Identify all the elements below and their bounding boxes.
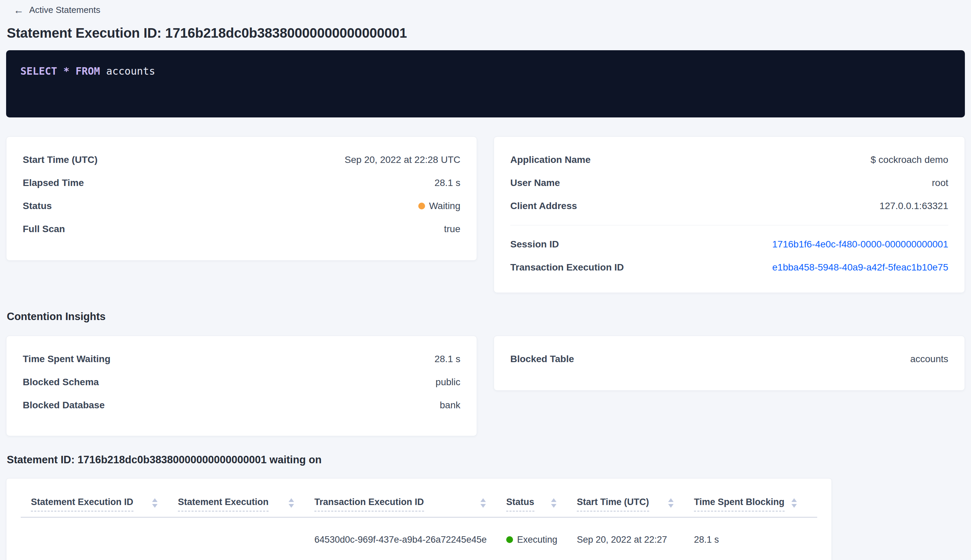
blocked-table-card: Blocked Table accounts: [494, 336, 965, 391]
waiting-on-table: Statement Execution ID Statement Executi…: [6, 478, 832, 560]
sort-icon[interactable]: [289, 497, 294, 508]
application-name-label: Application Name: [510, 155, 591, 165]
column-header-statement-execution-id[interactable]: Statement Execution ID: [31, 497, 178, 512]
sort-icon[interactable]: [791, 497, 797, 508]
sql-star: *: [63, 65, 69, 77]
blocked-table-label: Blocked Table: [510, 353, 574, 365]
session-id-link[interactable]: 1716b1f6-4e0c-f480-0000-000000000001: [772, 239, 948, 250]
user-name-label: User Name: [510, 178, 560, 188]
session-info-card: Application Name $ cockroach demo User N…: [494, 137, 965, 293]
client-address-label: Client Address: [510, 201, 577, 212]
cell-status: Executing: [506, 535, 577, 545]
user-name-row: User Name root: [494, 172, 964, 195]
column-header-label: Time Spent Blocking: [694, 497, 784, 512]
start-time-row: Start Time (UTC) Sep 20, 2022 at 22:28 U…: [7, 148, 477, 172]
statement-overview-card: Start Time (UTC) Sep 20, 2022 at 22:28 U…: [6, 137, 477, 261]
cell-transaction-execution-id: 64530d0c-969f-437e-a9b4-26a72245e45e: [314, 535, 506, 545]
sql-table-name: accounts: [106, 65, 155, 77]
transaction-execution-id-row: Transaction Execution ID e1bba458-5948-4…: [494, 256, 964, 279]
column-header-label: Transaction Execution ID: [314, 497, 424, 512]
sort-icon[interactable]: [668, 497, 674, 508]
contention-section: Time Spent Waiting 28.1 s Blocked Schema…: [6, 336, 965, 436]
start-time-value: Sep 20, 2022 at 22:28 UTC: [345, 155, 460, 165]
blocked-database-label: Blocked Database: [23, 400, 105, 411]
status-row: Status Waiting: [7, 195, 477, 218]
breadcrumb-label: Active Statements: [29, 5, 100, 15]
application-name-row: Application Name $ cockroach demo: [494, 148, 964, 172]
transaction-execution-id-link[interactable]: e1bba458-5948-40a9-a42f-5feac1b10e75: [772, 262, 948, 273]
sort-icon[interactable]: [551, 497, 556, 508]
blocked-table-value: accounts: [910, 353, 948, 365]
blocked-schema-value: public: [435, 377, 460, 388]
column-header-status[interactable]: Status: [506, 497, 577, 512]
sort-icon[interactable]: [480, 497, 486, 508]
column-header-label: Statement Execution ID: [31, 497, 133, 512]
column-header-label: Start Time (UTC): [577, 497, 649, 512]
user-name-value: root: [932, 178, 948, 188]
cell-time-spent-blocking: 28.1 s: [694, 535, 817, 545]
waiting-on-heading: Statement ID: 1716b218dc0b38380000000000…: [7, 454, 965, 466]
sort-icon[interactable]: [152, 497, 157, 508]
blocked-schema-row: Blocked Schema public: [7, 371, 477, 394]
column-header-statement-execution[interactable]: Statement Execution: [178, 497, 314, 512]
start-time-label: Start Time (UTC): [23, 155, 97, 165]
overview-section: Start Time (UTC) Sep 20, 2022 at 22:28 U…: [6, 137, 965, 293]
time-spent-waiting-label: Time Spent Waiting: [23, 353, 110, 365]
full-scan-label: Full Scan: [23, 224, 65, 235]
status-text: Waiting: [429, 201, 460, 212]
application-name-value: $ cockroach demo: [871, 155, 948, 165]
elapsed-time-value: 28.1 s: [435, 178, 460, 188]
table-row: 64530d0c-969f-437e-a9b4-26a72245e45e Exe…: [21, 518, 817, 560]
page-title: Statement Execution ID: 1716b218dc0b3838…: [7, 25, 965, 41]
client-address-value: 127.0.0.1:63321: [880, 201, 948, 212]
elapsed-time-row: Elapsed Time 28.1 s: [7, 172, 477, 195]
table-header-row: Statement Execution ID Statement Executi…: [21, 478, 817, 518]
status-value: Waiting: [418, 201, 460, 212]
back-arrow-icon: ←: [13, 5, 24, 15]
column-header-label: Status: [506, 497, 534, 512]
session-id-row: Session ID 1716b1f6-4e0c-f480-0000-00000…: [494, 233, 964, 256]
column-header-time-spent-blocking[interactable]: Time Spent Blocking: [694, 497, 817, 512]
full-scan-row: Full Scan true: [7, 218, 477, 241]
client-address-row: Client Address 127.0.0.1:63321: [494, 195, 964, 218]
blocked-database-row: Blocked Database bank: [7, 394, 477, 417]
status-waiting-dot-icon: [418, 203, 425, 209]
session-id-label: Session ID: [510, 239, 559, 250]
time-spent-waiting-row: Time Spent Waiting 28.1 s: [7, 348, 477, 371]
sql-keyword-select: SELECT: [20, 65, 57, 77]
column-header-start-time[interactable]: Start Time (UTC): [577, 497, 694, 512]
elapsed-time-label: Elapsed Time: [23, 178, 84, 188]
blocked-database-value: bank: [440, 400, 460, 411]
breadcrumb-back-link[interactable]: ← Active Statements: [6, 3, 108, 17]
transaction-execution-id-label: Transaction Execution ID: [510, 262, 624, 273]
statement-details-page: ← Active Statements Statement Execution …: [0, 0, 971, 560]
contention-insights-heading: Contention Insights: [7, 310, 965, 323]
column-header-label: Statement Execution: [178, 497, 269, 512]
sql-statement-box: SELECT * FROM accounts: [6, 50, 965, 117]
blocked-table-row: Blocked Table accounts: [494, 348, 964, 371]
card-divider: [510, 225, 948, 225]
cell-start-time: Sep 20, 2022 at 22:27: [577, 535, 694, 545]
contention-details-card: Time Spent Waiting 28.1 s Blocked Schema…: [6, 336, 477, 436]
sql-keyword-from: FROM: [75, 65, 100, 77]
status-label: Status: [23, 201, 52, 212]
full-scan-value: true: [444, 224, 460, 235]
cell-status-text: Executing: [517, 535, 557, 545]
time-spent-waiting-value: 28.1 s: [435, 353, 460, 365]
blocked-schema-label: Blocked Schema: [23, 377, 99, 388]
status-executing-dot-icon: [506, 536, 513, 543]
column-header-transaction-execution-id[interactable]: Transaction Execution ID: [314, 497, 506, 512]
